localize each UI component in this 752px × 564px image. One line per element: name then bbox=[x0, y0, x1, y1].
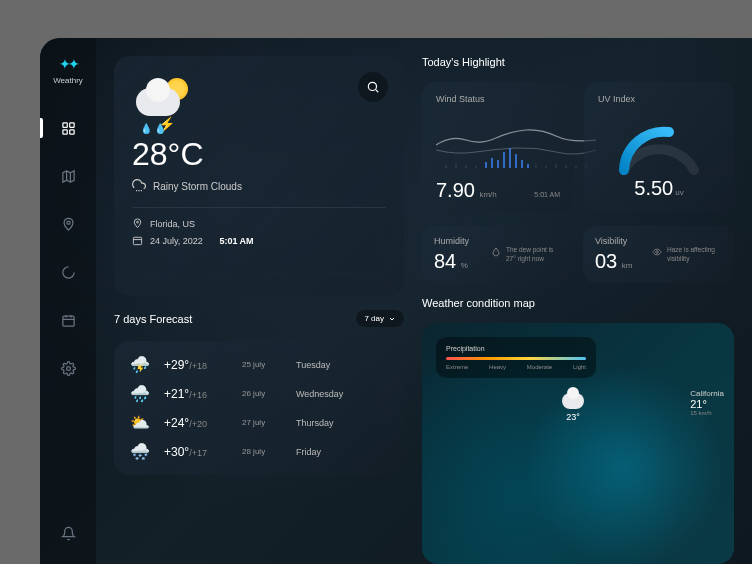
search-icon bbox=[366, 80, 380, 94]
weather-mini-icon: 🌨️ bbox=[130, 442, 156, 461]
map-icon bbox=[61, 169, 76, 184]
humidity-card: Humidity 84 % The dew point is 27° right… bbox=[422, 226, 573, 283]
cloud-rain-icon bbox=[132, 179, 146, 193]
nav-map[interactable] bbox=[40, 163, 96, 189]
nav-dashboard[interactable] bbox=[40, 115, 96, 141]
map-location-label[interactable]: California 21° 15 km/h bbox=[690, 389, 724, 416]
weather-mini-icon: ⛅ bbox=[130, 413, 156, 432]
forecast-row[interactable]: ⛈️ +29°/+18 25 july Tuesday bbox=[130, 355, 388, 374]
highlight-title: Today's Highlight bbox=[422, 56, 734, 68]
forecast-range-selector[interactable]: 7 day bbox=[356, 310, 404, 327]
svg-rect-9 bbox=[133, 237, 141, 244]
wind-status-card: Wind Status bbox=[422, 82, 574, 212]
nav-analytics[interactable] bbox=[40, 259, 96, 285]
current-weather-icon: ⚡💧💧 bbox=[132, 78, 196, 128]
forecast-row[interactable]: 🌧️ +21°/+16 26 july Wednesday bbox=[130, 384, 388, 403]
visibility-value: 03 bbox=[595, 250, 617, 272]
current-weather-card: ⚡💧💧 28°C Rainy Storm Clouds Florida, US … bbox=[114, 56, 404, 296]
svg-point-7 bbox=[368, 82, 376, 90]
current-condition: Rainy Storm Clouds bbox=[132, 179, 386, 193]
svg-point-8 bbox=[137, 221, 139, 223]
sidebar: ✦✦ Weathry bbox=[40, 38, 96, 564]
nav-notifications[interactable] bbox=[40, 520, 96, 546]
map-marker[interactable]: 23° bbox=[562, 393, 584, 422]
weather-mini-icon: 🌧️ bbox=[130, 384, 156, 403]
analytics-icon bbox=[61, 265, 76, 280]
droplet-icon bbox=[491, 247, 501, 257]
forecast-title: 7 days Forecast bbox=[114, 313, 192, 325]
humidity-value: 84 bbox=[434, 250, 456, 272]
gear-icon bbox=[61, 361, 76, 376]
nav-settings[interactable] bbox=[40, 355, 96, 381]
uv-label: UV Index bbox=[598, 94, 720, 104]
calendar-icon bbox=[61, 313, 76, 328]
nav-calendar[interactable] bbox=[40, 307, 96, 333]
svg-rect-2 bbox=[62, 129, 66, 133]
current-temperature: 28°C bbox=[132, 136, 386, 173]
app-window: ✦✦ Weathry bbox=[40, 38, 752, 564]
weather-map[interactable]: Precipitation Extreme Heavy Moderate Lig… bbox=[422, 323, 734, 564]
map-title: Weather condition map bbox=[422, 297, 734, 309]
datetime-row: 24 July, 2022 5:01 AM bbox=[132, 235, 386, 246]
forecast-row[interactable]: 🌨️ +30°/+17 28 july Friday bbox=[130, 442, 388, 461]
wind-chart bbox=[436, 110, 596, 170]
uv-index-card: UV Index 5.50uv bbox=[584, 82, 734, 212]
logo: ✦✦ Weathry bbox=[53, 56, 83, 85]
precipitation-legend: Precipitation Extreme Heavy Moderate Lig… bbox=[436, 337, 596, 378]
location-row: Florida, US bbox=[132, 218, 386, 229]
chevron-down-icon bbox=[388, 315, 396, 323]
svg-point-4 bbox=[66, 221, 69, 224]
main-content: ⚡💧💧 28°C Rainy Storm Clouds Florida, US … bbox=[96, 38, 752, 564]
uv-gauge bbox=[598, 112, 720, 177]
grid-icon bbox=[61, 121, 76, 136]
bell-icon bbox=[61, 526, 76, 541]
wind-time: 5:01 AM bbox=[534, 191, 560, 198]
forecast-row[interactable]: ⛅ +24°/+20 27 july Thursday bbox=[130, 413, 388, 432]
svg-rect-3 bbox=[69, 129, 73, 133]
forecast-card: ⛈️ +29°/+18 25 july Tuesday 🌧️ +21°/+16 … bbox=[114, 341, 404, 475]
search-button[interactable] bbox=[358, 72, 388, 102]
wind-value: 7.90 bbox=[436, 179, 475, 201]
pin-icon bbox=[61, 217, 76, 232]
svg-rect-5 bbox=[62, 316, 73, 326]
uv-value: 5.50 bbox=[634, 177, 673, 200]
logo-text: Weathry bbox=[53, 76, 83, 85]
svg-point-28 bbox=[656, 251, 659, 254]
pin-icon bbox=[132, 218, 143, 229]
forecast-header: 7 days Forecast 7 day bbox=[114, 310, 404, 327]
nav-location[interactable] bbox=[40, 211, 96, 237]
visibility-card: Visibility 03 km Haze is affecting visib… bbox=[583, 226, 734, 283]
calendar-icon bbox=[132, 235, 143, 246]
weather-mini-icon: ⛈️ bbox=[130, 355, 156, 374]
wind-label: Wind Status bbox=[436, 94, 560, 104]
svg-rect-0 bbox=[62, 122, 66, 126]
svg-rect-1 bbox=[69, 122, 73, 126]
logo-icon: ✦✦ bbox=[59, 56, 77, 72]
svg-point-6 bbox=[66, 366, 70, 370]
eye-icon bbox=[652, 247, 662, 257]
cloud-icon bbox=[562, 393, 584, 409]
